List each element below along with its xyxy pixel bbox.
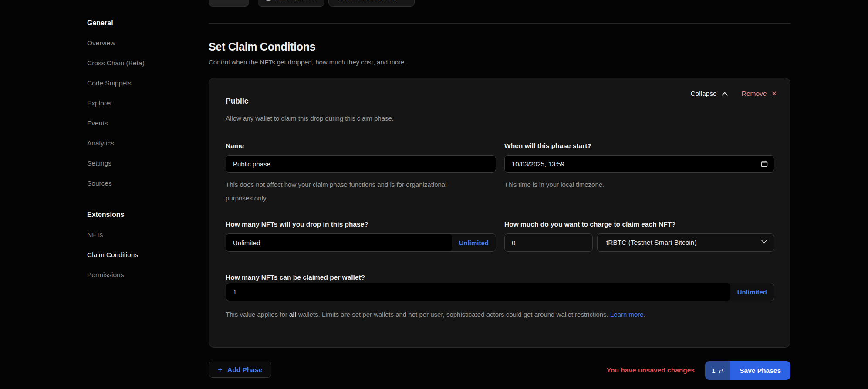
learn-more-link[interactable]: Learn more: [610, 311, 644, 318]
save-phases-button[interactable]: Save Phases: [730, 361, 790, 380]
add-phase-label: Add Phase: [227, 366, 262, 374]
per-wallet-input[interactable]: [226, 283, 730, 301]
currency-selected-option: tRBTC (Testnet Smart Bitcoin): [606, 239, 697, 247]
price-field-label: How much do you want to charge to claim …: [504, 220, 676, 228]
phase-title: Public: [226, 97, 249, 106]
supply-unlimited-toggle[interactable]: Unlimited: [452, 234, 496, 251]
save-phases-split-button: 1 ⇄ Save Phases: [705, 361, 790, 380]
claim-phase-card: Public Allow any wallet to claim this dr…: [209, 78, 790, 348]
per-wallet-help-pre: This value applies for: [226, 311, 289, 318]
plus-icon: +: [218, 365, 223, 375]
sidebar-item-settings[interactable]: Settings: [87, 159, 196, 167]
page-title: Set Claim Conditions: [209, 41, 315, 53]
sidebar-item-cross-chain[interactable]: Cross Chain (Beta): [87, 59, 196, 67]
sidebar-group-extensions: Extensions: [87, 211, 196, 219]
chevron-down-icon: [761, 240, 767, 244]
phase-actions: Collapse Remove ✕: [690, 90, 777, 98]
sidebar-item-nfts[interactable]: NFTs: [87, 231, 196, 239]
section-divider: [209, 23, 790, 24]
phase-description: Allow any wallet to claim this drop duri…: [226, 115, 394, 122]
active-tab-pill[interactable]: [209, 0, 249, 7]
sidebar-item-events[interactable]: Events: [87, 119, 196, 127]
contract-address-label: 0xcDcc...906e9: [275, 0, 317, 2]
copy-icon: ❏: [266, 0, 271, 2]
sidebar-item-overview[interactable]: Overview: [87, 39, 196, 47]
unsaved-changes-message: You have unsaved changes: [607, 366, 695, 374]
per-wallet-unlimited-toggle[interactable]: Unlimited: [730, 283, 774, 301]
chevron-up-icon: [722, 92, 728, 96]
block-explorer-button[interactable]: Rootstock Blockscout ⧉: [328, 0, 415, 7]
external-link-icon: ⧉: [401, 0, 405, 2]
sidebar-item-permissions[interactable]: Permissions: [87, 271, 196, 279]
contract-address-copy-button[interactable]: ❏ 0xcDcc...906e9: [258, 0, 324, 7]
phase-start-datetime-input[interactable]: [504, 155, 774, 173]
collapse-phase-button[interactable]: Collapse: [690, 90, 727, 98]
per-wallet-field: Unlimited: [226, 283, 774, 301]
currency-select[interactable]: tRBTC (Testnet Smart Bitcoin): [597, 233, 774, 252]
phase-name-input[interactable]: [226, 155, 496, 173]
contract-sidebar: General Overview Cross Chain (Beta) Code…: [87, 19, 196, 291]
price-input[interactable]: [504, 233, 593, 252]
supply-field: Unlimited: [226, 233, 496, 252]
sidebar-spacer: [87, 200, 196, 211]
start-field-label: When will this phase start?: [504, 142, 591, 150]
sidebar-item-analytics[interactable]: Analytics: [87, 139, 196, 147]
remove-phase-button[interactable]: Remove ✕: [742, 90, 777, 98]
save-phases-label: Save Phases: [740, 367, 781, 375]
per-wallet-help-post: wallets. Limits are set per wallets and …: [297, 311, 610, 318]
per-wallet-help-bold: all: [289, 311, 297, 318]
sidebar-item-code-snippets[interactable]: Code Snippets: [87, 79, 196, 87]
remove-label: Remove: [742, 90, 767, 98]
supply-field-label: How many NFTs will you drop in this phas…: [226, 220, 368, 228]
name-help-text: This does not affect how your claim phas…: [226, 178, 469, 205]
per-wallet-field-label: How many NFTs can be claimed per wallet?: [226, 274, 365, 281]
explorer-label: Rootstock Blockscout: [338, 0, 397, 2]
per-wallet-help-period: .: [644, 311, 645, 318]
sidebar-item-claim-conditions[interactable]: Claim Conditions: [87, 251, 196, 259]
sidebar-item-sources[interactable]: Sources: [87, 179, 196, 187]
per-wallet-help-text: This value applies for all wallets. Limi…: [226, 308, 770, 321]
calendar-icon[interactable]: [761, 160, 768, 167]
collapse-label: Collapse: [690, 90, 716, 98]
close-icon: ✕: [771, 90, 777, 98]
page-subtitle: Control when the NFTs get dropped, how m…: [209, 58, 406, 66]
start-help-text: This time is in your local timezone.: [504, 178, 748, 191]
sidebar-group-general: General: [87, 19, 196, 27]
pending-count: 1: [712, 367, 715, 374]
sidebar-item-explorer[interactable]: Explorer: [87, 99, 196, 107]
swap-icon: ⇄: [718, 367, 723, 374]
pending-changes-badge[interactable]: 1 ⇄: [705, 361, 730, 380]
add-phase-button[interactable]: + Add Phase: [209, 362, 271, 378]
name-field-label: Name: [226, 142, 244, 150]
supply-input[interactable]: [226, 234, 452, 251]
